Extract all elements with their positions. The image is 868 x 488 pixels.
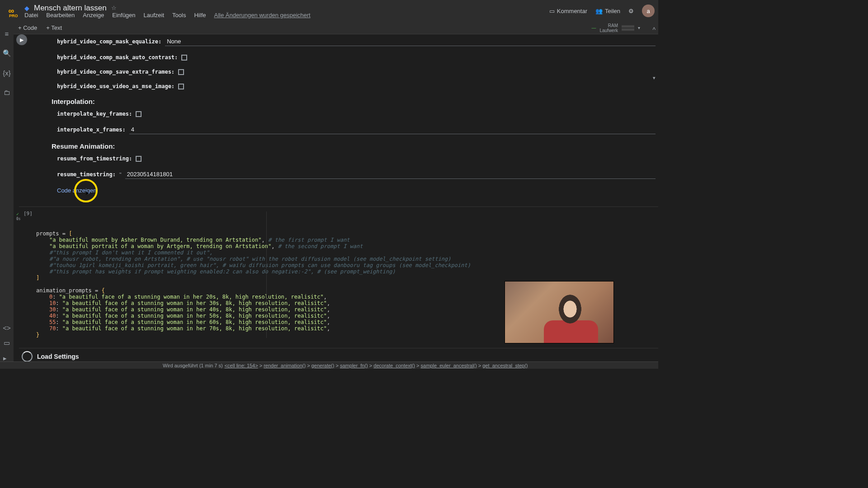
section-header-interpolation: Interpolation: bbox=[33, 98, 656, 105]
drive-icon: ◆ bbox=[24, 5, 29, 12]
command-palette-icon[interactable]: ▭ bbox=[4, 339, 10, 347]
add-code-button[interactable]: + Code bbox=[18, 24, 37, 31]
variables-icon[interactable]: {x} bbox=[3, 69, 11, 77]
stack-frame[interactable]: sampler_fn() bbox=[340, 363, 368, 368]
param-row: interpolate_key_frames: bbox=[33, 111, 656, 117]
star-icon[interactable]: ☆ bbox=[111, 5, 117, 11]
menubar: DateiBearbeitenAnzeigeEinfügenLaufzeitTo… bbox=[24, 12, 311, 19]
status-prefix: Wird ausgeführt (1 min 7 s) bbox=[163, 363, 223, 368]
menu-item-bearbeiten[interactable]: Bearbeiten bbox=[46, 12, 75, 19]
cell-collapse-icon[interactable]: ▾ bbox=[653, 75, 656, 81]
quote-mark: " bbox=[119, 171, 122, 178]
section-header-resume: Resume Animation: bbox=[33, 142, 656, 150]
menu-item-tools[interactable]: Tools bbox=[172, 12, 186, 19]
code-snippets-icon[interactable]: <> bbox=[3, 324, 11, 332]
files-icon[interactable]: 🗀 bbox=[4, 89, 10, 96]
param-row: hybrid_video_use_video_as_mse_image: bbox=[33, 83, 656, 89]
comment-icon: ▭ bbox=[549, 8, 555, 14]
param-label: interpolate_key_frames: bbox=[57, 111, 132, 117]
stack-frame[interactable]: render_animation() bbox=[264, 363, 306, 368]
menu-item-laufzeit[interactable]: Laufzeit bbox=[144, 12, 165, 19]
toolbar: + Code + Text — RAM Laufwerk ▾ bbox=[0, 22, 658, 34]
cursor-icon: ➤ bbox=[85, 190, 90, 196]
pro-badge: PRO bbox=[9, 14, 18, 18]
stack-frame[interactable]: <cell line: 154> bbox=[225, 363, 258, 368]
param-label: resume_from_timestring: bbox=[57, 155, 132, 162]
menu-item-datei[interactable]: Datei bbox=[24, 12, 38, 19]
status-bar: Wird ausgeführt (1 min 7 s) <cell line: … bbox=[0, 361, 658, 369]
form-cell: ✓ 0s ▶ hybrid_video_comp_mask_equalize:N… bbox=[19, 34, 658, 196]
code-ruler bbox=[266, 211, 267, 338]
collapse-sidebar-icon[interactable]: ^ bbox=[652, 26, 656, 33]
gear-icon[interactable]: ⚙ bbox=[628, 8, 634, 14]
toc-icon[interactable]: ≡ bbox=[5, 30, 9, 38]
load-settings-cell: Load Settings override_settings_with_fil… bbox=[19, 348, 658, 361]
run-cell-button[interactable]: ▶ bbox=[16, 34, 27, 45]
param-label: hybrid_video_comp_mask_equalize: bbox=[57, 38, 161, 45]
menu-item-hilfe[interactable]: Hilfe bbox=[194, 12, 206, 19]
share-button[interactable]: 👥 Teilen bbox=[595, 8, 620, 14]
param-label: resume_timestring: bbox=[57, 171, 116, 178]
people-icon: 👥 bbox=[595, 8, 603, 14]
show-code-link[interactable]: Code anzeigen bbox=[33, 187, 656, 194]
comment-button[interactable]: ▭ Kommentar bbox=[549, 8, 587, 14]
param-row: resume_timestring:" 20230514181801 bbox=[33, 170, 656, 179]
param-label: hybrid_video_comp_mask_auto_contrast: bbox=[57, 54, 178, 61]
stack-frame[interactable]: generate() bbox=[311, 363, 335, 368]
param-row: hybrid_video_comp_mask_auto_contrast: bbox=[33, 54, 656, 61]
section-header-load: Load Settings bbox=[19, 353, 658, 360]
left-rail: ≡ 🔍 {x} 🗀 <> ▭ ▸_ bbox=[0, 22, 14, 369]
param-input[interactable]: 20230514181801 bbox=[125, 170, 656, 179]
param-label: hybrid_video_use_video_as_mse_image: bbox=[57, 83, 175, 89]
checkbox[interactable] bbox=[136, 111, 142, 117]
stack-frame[interactable]: decorate_context() bbox=[373, 363, 415, 368]
param-row: hybrid_video_comp_mask_equalize:None bbox=[33, 37, 656, 46]
resource-indicator[interactable]: — RAM Laufwerk ▾ bbox=[591, 23, 640, 33]
checkbox[interactable] bbox=[178, 84, 184, 89]
add-text-button[interactable]: + Text bbox=[46, 24, 62, 31]
save-message[interactable]: Alle Änderungen wurden gespeichert bbox=[214, 12, 310, 19]
menu-item-anzeige[interactable]: Anzeige bbox=[83, 12, 104, 19]
param-row: hybrid_video_comp_save_extra_frames: bbox=[33, 69, 656, 75]
run-cell-spinner-icon[interactable] bbox=[22, 351, 33, 361]
document-title[interactable]: Mensch altern lassen bbox=[34, 4, 107, 13]
resource-dropdown-icon[interactable]: ▾ bbox=[638, 25, 640, 30]
search-icon[interactable]: 🔍 bbox=[3, 49, 11, 57]
param-input[interactable]: None bbox=[165, 37, 656, 46]
param-row: resume_from_timestring: bbox=[33, 155, 656, 162]
webcam-overlay bbox=[505, 281, 614, 343]
param-input[interactable]: 4 bbox=[129, 125, 656, 134]
app-header: ∞ PRO ◆ Mensch altern lassen ☆ DateiBear… bbox=[0, 0, 658, 22]
checkbox[interactable] bbox=[181, 55, 187, 61]
param-row: interpolate_x_frames:4 bbox=[33, 125, 656, 134]
checkbox[interactable] bbox=[178, 69, 184, 75]
stack-frame[interactable]: get_ancestral_step() bbox=[482, 363, 528, 368]
param-label: interpolate_x_frames: bbox=[57, 127, 126, 133]
stack-frame[interactable]: sample_euler_ancestral() bbox=[421, 363, 477, 368]
checkbox[interactable] bbox=[136, 156, 142, 162]
avatar[interactable]: a bbox=[642, 5, 655, 17]
menu-item-einfügen[interactable]: Einfügen bbox=[112, 12, 135, 19]
param-label: hybrid_video_comp_save_extra_frames: bbox=[57, 69, 175, 75]
